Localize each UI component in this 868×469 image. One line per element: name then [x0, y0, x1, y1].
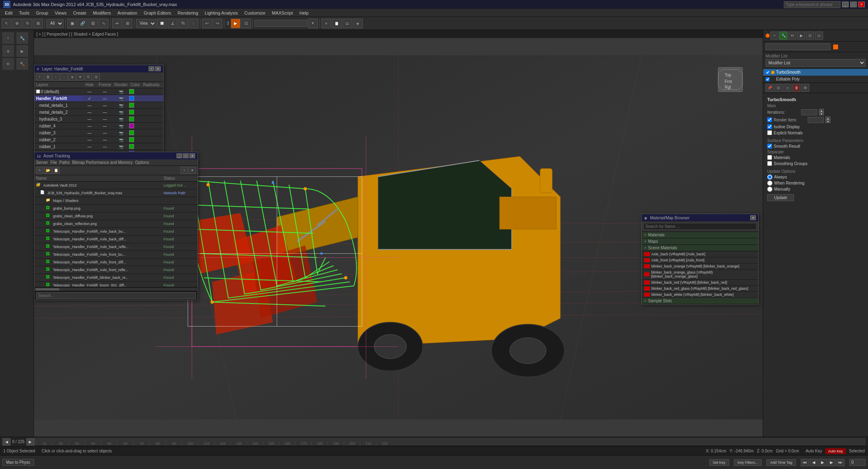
snaps-btn[interactable]: 🔲 — [157, 19, 167, 28]
bind-btn[interactable]: ∿ — [99, 19, 108, 28]
selection-set-input[interactable] — [255, 20, 307, 27]
asset-help-btn[interactable]: ? — [181, 167, 188, 174]
show-end-result-btn[interactable]: ⊡ — [774, 84, 783, 92]
select-all-btn[interactable]: ▣ — [67, 19, 77, 28]
layer-settings-btn[interactable]: ⚙ — [85, 73, 92, 81]
asset-row-map-9[interactable]: 🖼 Telescopic_Handler_Forklift_blinker_ba… — [34, 274, 198, 282]
menu-customize[interactable]: Customize — [241, 10, 269, 16]
link-btn[interactable]: 🔗 — [78, 19, 87, 28]
modifier-dropdown[interactable]: Modifier List — [766, 59, 866, 67]
rotate-tool-btn[interactable]: ↻ — [23, 19, 32, 28]
asset-search-input[interactable] — [36, 292, 196, 299]
menu-animation[interactable]: Animation — [114, 10, 140, 16]
timeline-back-btn[interactable]: ◀ — [2, 438, 11, 446]
layer-row-rubber1[interactable]: rubber_1 —— 📷 — [34, 143, 163, 150]
mat-row-6[interactable]: blinker_back_white (VRayMtl) [blinker_ba… — [642, 292, 758, 298]
view-dropdown[interactable]: View — [136, 19, 156, 28]
mat-row-5[interactable]: blinker_back_red_glass (VRayMtl) [blinke… — [642, 286, 758, 292]
layer-row-rubber3[interactable]: rubber_3 —— 📷 — [34, 129, 163, 136]
handler-layer-color[interactable] — [129, 96, 134, 101]
motion-panel-btn[interactable]: ▶ — [17, 45, 28, 57]
make-unique-btn[interactable]: ◇ — [783, 84, 791, 92]
play-end-btn[interactable]: ⏭ — [836, 459, 845, 466]
asset-row-map-8[interactable]: 🖼 Telescopic_Handler_Forklift_Axle_front… — [34, 266, 198, 274]
undo-btn[interactable]: ↩ — [202, 19, 212, 28]
menu-graph-editors[interactable]: Graph Editors — [140, 10, 174, 16]
cmd-modify-btn[interactable]: 🔧 — [779, 32, 787, 40]
editable-poly-checkbox[interactable] — [766, 77, 770, 81]
play-btn[interactable]: ▶ — [819, 459, 827, 466]
asset-row-max[interactable]: 📄 JCB_535_Hydraulic_Forklift_Bucket_vray… — [34, 189, 198, 197]
asset-scroll-thumb[interactable] — [35, 288, 60, 291]
move-tool-btn[interactable]: ⊕ — [12, 19, 22, 28]
array-btn[interactable]: ⊞ — [123, 19, 132, 28]
maps-section[interactable]: + Maps — [642, 238, 758, 245]
maximize-button[interactable]: □ — [850, 2, 857, 7]
isoline-checkbox[interactable] — [767, 124, 772, 129]
object-color-swatch[interactable] — [833, 45, 838, 49]
autokey-button[interactable]: Auto Key — [825, 448, 846, 454]
materials-section[interactable]: + Materials — [642, 232, 758, 238]
layer-select-btn[interactable]: ◈ — [68, 73, 76, 81]
explicit-normals-checkbox[interactable] — [767, 130, 772, 135]
renderiters-down[interactable]: ▼ — [825, 120, 830, 123]
asset-row-map-3[interactable]: 🖼 Telescopic_Handler_Forklift_Axle_back_… — [34, 228, 198, 236]
layer-row-default[interactable]: 0 (default) — — 📷 — [34, 88, 163, 95]
smooth-result-checkbox[interactable] — [767, 144, 772, 149]
scene-explorer-btn[interactable]: 📋 — [332, 19, 342, 28]
remove-modifier-btn[interactable]: 🗑 — [792, 84, 800, 92]
asset-filter-btn[interactable]: ▼ — [189, 167, 196, 174]
angle-snap-btn[interactable]: ∡ — [168, 19, 177, 28]
iterations-down[interactable]: ▼ — [819, 112, 824, 115]
mat-row-3[interactable]: blinker_back_orange_glass (VRayMtl) [bli… — [642, 270, 758, 280]
key-filters-btn[interactable]: Key Filters... — [734, 459, 762, 466]
smoothing-groups-checkbox[interactable] — [767, 161, 772, 166]
utility-panel-btn[interactable]: 🔨 — [17, 58, 28, 70]
asset-panel-titlebar[interactable]: 🗂 Asset Tracking _ □ ✕ — [34, 152, 198, 159]
modify-panel-btn[interactable]: 🔧 — [17, 32, 28, 44]
layer-row-handler[interactable]: Handler_Forklift ✓ — 📷 — [34, 95, 163, 102]
layer-panel-titlebar[interactable]: ≡ Layer: Handler_Forklift ? ✕ — [34, 65, 163, 72]
menu-tools[interactable]: Tools — [16, 10, 33, 16]
mat-row-0[interactable]: Axle_back (VRayMtl) [Axle_back] — [642, 251, 758, 257]
layers-btn[interactable]: ≡ — [321, 19, 331, 28]
minimize-button[interactable]: _ — [842, 2, 849, 7]
material-search-input[interactable] — [643, 223, 757, 230]
selection-set-btn[interactable]: ▼ — [308, 19, 318, 28]
iterations-up[interactable]: ▲ — [819, 109, 824, 112]
configure-modifiers-btn[interactable]: ⚙ — [801, 84, 809, 92]
asset-copy-btn[interactable]: 📋 — [52, 167, 60, 174]
cmd-display-btn[interactable]: D — [806, 32, 814, 40]
menu-create[interactable]: Create — [70, 10, 89, 16]
menu-rendering[interactable]: Rendering — [174, 10, 202, 16]
layer-row-hydraulics3[interactable]: hydraulics_3 —— 📷 — [34, 116, 163, 123]
next-frame-btn[interactable]: ▶ — [828, 459, 836, 466]
menu-maxscript[interactable]: MAXScript — [269, 10, 296, 16]
object-name-field[interactable]: bucket_detail_1 — [766, 43, 830, 50]
cmd-hierarchy-btn[interactable]: H — [788, 32, 796, 40]
mat-row-2[interactable]: blinker_back_orange (VRayMtl) [blinker_b… — [642, 263, 758, 270]
create-panel-btn[interactable]: + — [2, 32, 14, 44]
prev-frame-btn[interactable]: ◀ — [810, 459, 818, 466]
turbosmooth-checkbox[interactable] — [766, 70, 770, 74]
render-iters-input[interactable]: 2 — [808, 117, 824, 123]
default-layer-checkbox[interactable] — [36, 89, 40, 93]
asset-menu-paths[interactable]: Paths — [60, 160, 70, 165]
when-rendering-radio[interactable] — [767, 180, 772, 186]
scene-materials-section[interactable]: + Scene Materials — [642, 245, 758, 251]
materials-checkbox[interactable] — [767, 155, 772, 160]
asset-menu-file[interactable]: File — [50, 160, 57, 165]
cmd-create-btn[interactable]: + — [770, 32, 779, 40]
asset-row-map-5[interactable]: 🖼 Telescopic_Handler_Forklift_Axle_back_… — [34, 243, 198, 251]
render-prod-btn[interactable]: ▶ — [231, 19, 240, 28]
asset-maximize-btn[interactable]: □ — [183, 153, 189, 158]
menu-group[interactable]: Group — [33, 10, 52, 16]
manually-radio[interactable] — [767, 187, 772, 192]
display-panel-btn[interactable]: 👁 — [2, 58, 14, 70]
max-to-physc-btn[interactable]: Max to Physc — [2, 459, 34, 466]
menu-lighting[interactable]: Lighting Analysis — [202, 10, 241, 16]
menu-help[interactable]: Help — [296, 10, 312, 16]
matbrowser-close-btn[interactable]: ✕ — [750, 215, 756, 220]
render-frame-btn[interactable]: ⊡ — [241, 19, 251, 28]
select-filter-dropdown[interactable]: All — [47, 19, 64, 28]
